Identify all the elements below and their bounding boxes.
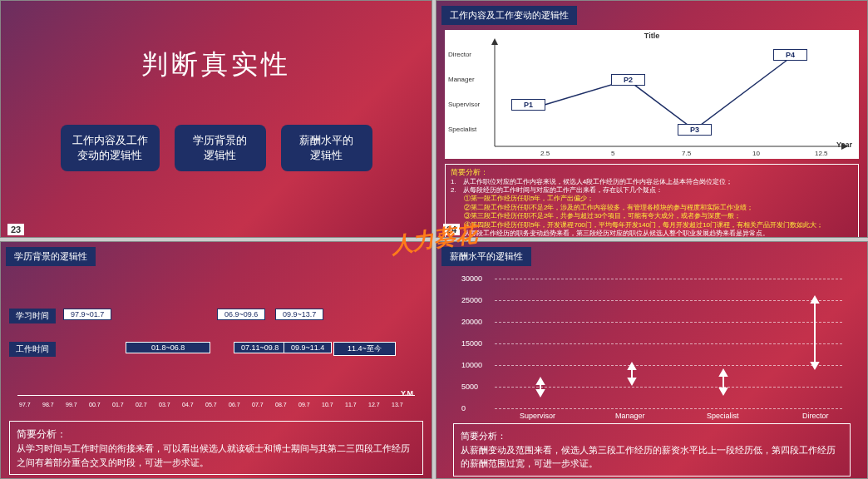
work-label: 工作时间 (9, 342, 56, 357)
tick: 01.7 (112, 402, 124, 407)
analysis-body: 从学习时间与工作时间的衔接来看，可以看出候选人就读硕士和博士期间与其第二三四段工… (17, 442, 416, 469)
x-tick: 7.5 (682, 150, 691, 157)
analysis-title: 简要分析： (17, 427, 416, 442)
y-tick: 20000 (461, 318, 482, 326)
tick: 00.7 (89, 402, 101, 407)
x-cat: Manager (615, 412, 645, 420)
slide-number: 24 (443, 224, 460, 235)
work-box: 09.9~11.4 (284, 342, 332, 353)
point-p2: P2 (611, 74, 645, 86)
career-chart: Title Director Manager Supervisor Specia… (445, 30, 859, 159)
tick: 05.7 (205, 402, 217, 407)
x-tick: 10 (752, 150, 760, 157)
analysis-box: 简要分析： 从薪酬变动及范围来看，候选人第三段工作经历的薪资水平比上一段经历低，… (453, 423, 851, 477)
point-p1: P1 (511, 99, 545, 111)
slide-education: 学历背景的逻辑性 学习时间 工作时间 97.9~01.7 06.9~09.6 0… (0, 241, 432, 479)
analysis-line: ①第一段工作经历任职5年，工作产出偏少； (451, 195, 853, 203)
study-box: 09.9~13.7 (275, 309, 323, 320)
svg-marker-5 (537, 378, 544, 384)
timeline-chart: 学习时间 工作时间 97.9~01.7 06.9~09.6 09.9~13.7 … (9, 279, 423, 412)
study-box: 06.9~09.6 (217, 309, 265, 320)
tick: 97.7 (19, 402, 31, 407)
svg-marker-14 (811, 297, 818, 303)
work-box: 11.4~至今 (333, 342, 396, 356)
svg-marker-9 (629, 378, 635, 384)
tick: 11.7 (345, 402, 357, 407)
tick: 10.7 (322, 402, 333, 407)
pill-2: 学历背景的 逻辑性 (175, 125, 266, 171)
axis-label: Y.M (401, 389, 413, 398)
slide-23: 判断真实性 工作内容及工作 变动的逻辑性 学历背景的 逻辑性 薪酬水平的 逻辑性… (0, 0, 432, 238)
tick: 08.7 (275, 402, 287, 407)
tick: 98.7 (42, 402, 54, 407)
analysis-line: ③第三段工作经历任职不足2年，共参与超过30个项目，可能有夸大成分，或者参与深度… (451, 212, 853, 220)
section-header: 工作内容及工作变动的逻辑性 (441, 6, 577, 25)
study-label: 学习时间 (9, 309, 56, 323)
slide-24: 工作内容及工作变动的逻辑性 Title Director Manager Sup… (436, 0, 868, 238)
point-p4: P4 (773, 49, 807, 61)
analysis-line: 2. 从每段经历的工作时间与对应的工作产出来看，存在以下几个疑点： (451, 186, 853, 195)
pill-row: 工作内容及工作 变动的逻辑性 学历背景的 逻辑性 薪酬水平的 逻辑性 (1, 125, 432, 171)
section-header: 薪酬水平的逻辑性 (441, 247, 531, 266)
analysis-line: 1. 从工作职位对应的工作内容来说，候选人4段工作经历的工作内容总体上基本符合岗… (451, 178, 853, 186)
tick: 13.7 (392, 402, 403, 407)
work-box: 07.11~09.8 (234, 342, 286, 353)
y-tick: 30000 (461, 274, 482, 283)
tick: 99.7 (66, 402, 77, 407)
tick: 07.7 (252, 402, 264, 407)
pill-3: 薪酬水平的 逻辑性 (281, 125, 372, 171)
tick: 06.7 (229, 402, 240, 407)
tick: 12.7 (368, 402, 380, 407)
slide-title: 判断真实性 (1, 47, 432, 83)
point-p3: P3 (678, 124, 712, 136)
y-tick: 0 (461, 404, 466, 412)
section-header: 学历背景的逻辑性 (6, 247, 96, 266)
study-box: 97.9~01.7 (63, 309, 111, 320)
y-tick: 25000 (461, 296, 482, 304)
timeline-axis (17, 395, 415, 396)
x-tick: 5 (611, 150, 614, 157)
svg-marker-11 (720, 370, 727, 376)
x-cat: Director (802, 412, 829, 420)
svg-marker-15 (811, 363, 818, 368)
tick: 04.7 (182, 402, 194, 407)
analysis-body: 从薪酬变动及范围来看，候选人第三段工作经历的薪资水平比上一段经历低，第四段工作经… (461, 443, 843, 471)
analysis-line: ④第四段工作经历任职5年，开发课程700门，平均每年开发140门，每月开发超过1… (451, 221, 853, 230)
analysis-box: 简要分析： 从学习时间与工作时间的衔接来看，可以看出候选人就读硕士和博士期间与其… (9, 421, 423, 475)
svg-marker-8 (629, 363, 635, 369)
tick: 02.7 (136, 402, 147, 407)
svg-marker-1 (491, 38, 498, 45)
analysis-box: 简要分析： 1. 从工作职位对应的工作内容来说，候选人4段工作经历的工作内容总体… (445, 164, 859, 238)
x-cat: Supervisor (520, 412, 555, 420)
slide-salary: 薪酬水平的逻辑性 30000 25000 20000 15000 10000 5… (436, 241, 868, 479)
y-tick: 5000 (461, 383, 478, 391)
svg-marker-6 (537, 390, 544, 396)
tick: 03.7 (159, 402, 170, 407)
y-tick: 10000 (461, 361, 482, 369)
pill-1: 工作内容及工作 变动的逻辑性 (61, 125, 160, 171)
range-svg (495, 274, 844, 412)
x-axis-label: Year (836, 141, 852, 149)
tick: 09.7 (298, 402, 310, 407)
work-box: 01.8~06.8 (126, 342, 210, 353)
slide-number: 23 (7, 224, 24, 235)
analysis-title: 简要分析： (451, 168, 853, 178)
y-tick: 15000 (461, 339, 482, 348)
x-cat: Specialist (707, 412, 739, 420)
analysis-line: 3. 从每段工作经历的职务变动趋势来看，第三段经历对应的职位从候选人整个职业发展… (451, 230, 853, 238)
x-tick: 2.5 (540, 150, 550, 157)
x-tick: 12.5 (815, 150, 828, 157)
analysis-title: 简要分析： (461, 429, 843, 443)
svg-marker-12 (720, 388, 727, 394)
salary-chart: 30000 25000 20000 15000 10000 5000 0 (453, 274, 851, 420)
analysis-line: ②第二段工作经历任职不足2年，涉及的工作内容较多，有管理各模块的参与程度和实际工… (451, 204, 853, 212)
